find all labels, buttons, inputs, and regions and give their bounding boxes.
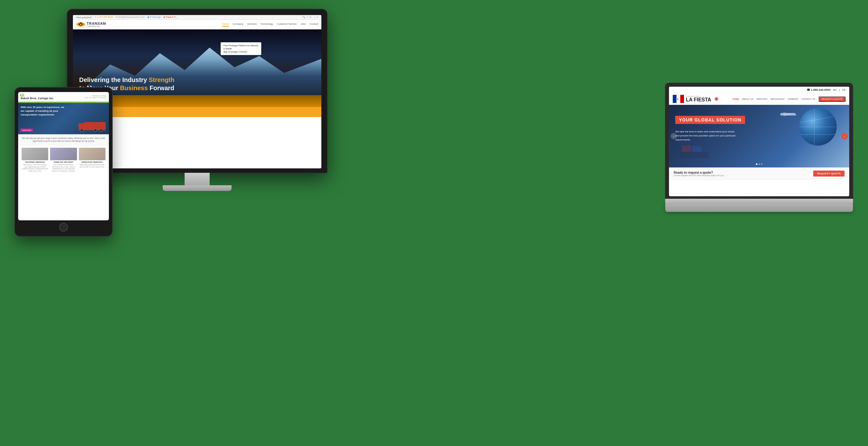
- lafiesta-nav-services[interactable]: SERVICES: [756, 98, 767, 100]
- tablet-outer: BBC Baksh Bros. Cartage Inc. Reliable se…: [15, 88, 112, 236]
- ship-hull: [678, 152, 710, 158]
- baksh-hero-text: With over 30 years of experience, we are…: [21, 106, 64, 117]
- linkedin-icon[interactable]: in: [317, 16, 318, 19]
- baksh-service-dedicated: DEDICATED SERVICES High quality personal…: [78, 148, 106, 172]
- transam-nav: TRANSAM CARRIERS INC. Home Company Servi…: [73, 20, 321, 29]
- svg-rect-3: [673, 95, 677, 103]
- trucking-desc: Full truckload, Less then truckload, Fas…: [22, 164, 48, 172]
- delivery-title: SAME DAY DELIVERY: [50, 161, 77, 163]
- facebook-icon[interactable]: f: [307, 16, 308, 19]
- baksh-tagline: Reliable service. Over 30 years in busin…: [85, 95, 106, 98]
- lafiesta-lang-en[interactable]: EN: [833, 89, 836, 91]
- lafiesta-maple-decoration: ❋: [714, 96, 718, 102]
- tablet-home-button[interactable]: [59, 223, 68, 232]
- lafiesta-globe: [799, 108, 840, 149]
- transam-nav-technology[interactable]: Technology: [260, 23, 273, 27]
- lafiesta-nav-links: HOME ABOUT US SERVICES RESOURCES CAREERS…: [733, 96, 845, 102]
- lafiesta-quote-subtitle: Let the experts find the most effective …: [674, 174, 725, 177]
- baksh-company-name: Baksh Bros. Cartage Inc.: [21, 97, 54, 100]
- lafiesta-quote-text: Ready to request a quote? Let the expert…: [674, 171, 725, 177]
- baksh-hero-truck: [81, 120, 106, 133]
- transam-tooltip: Free Prototype Platform for Website & Mo…: [221, 42, 261, 55]
- laptop-screen: ☎ 1.866.640.0000 EN | FR: [669, 87, 849, 196]
- transam-track-link[interactable]: ▶ Track & T...: [164, 16, 178, 19]
- lafiesta-logo-text-block: TRANSPORT LA FIESTA: [686, 95, 711, 102]
- lafiesta-ship: [678, 139, 716, 158]
- transam-nav-links: Home Company Services Technology Custome…: [222, 23, 318, 27]
- lafiesta-phone[interactable]: ☎ 1.866.640.0000: [807, 88, 831, 91]
- laptop-keyboard: [665, 204, 853, 212]
- lafiesta-nav-resources[interactable]: RESOURCES: [771, 98, 784, 100]
- globe-vline: [814, 108, 814, 146]
- baksh-about-text: We will help you get your cargo to your …: [18, 134, 109, 145]
- lafiesta-nav: ♦ TRANSPORT LA FIESTA ❋ HOME: [669, 93, 849, 105]
- transam-nav-jobs[interactable]: Jobs: [301, 23, 306, 27]
- truck-wheel-3: [80, 129, 83, 132]
- laptop-base: [665, 199, 853, 204]
- lafiesta-topbar: ☎ 1.866.640.0000 EN | FR: [669, 87, 849, 93]
- baksh-readmore-btn[interactable]: read more: [21, 129, 33, 132]
- svg-text:♦: ♦: [677, 98, 678, 100]
- dedicated-image: [79, 148, 105, 160]
- lafiesta-request-quote-btn[interactable]: REQUEST QUOTE: [813, 171, 844, 177]
- transam-nav-company[interactable]: Company: [233, 23, 243, 27]
- lafiesta-quote-title: Ready to request a quote?: [674, 171, 725, 174]
- trucking-title: TRUCKING SERVICES: [22, 161, 48, 163]
- lafiesta-logo: ♦ TRANSPORT LA FIESTA ❋: [673, 95, 718, 103]
- transam-logo-icon: [76, 22, 86, 27]
- lafiesta-nav-home[interactable]: HOME: [733, 98, 739, 100]
- lafiesta-quote-nav-btn[interactable]: REQUEST A QUOTE: [818, 96, 845, 102]
- laptop-device: ☎ 1.866.640.0000 EN | FR: [665, 83, 853, 212]
- lafiesta-lang-fr[interactable]: FR: [842, 89, 845, 91]
- plus-icon[interactable]: +: [313, 16, 315, 19]
- lafiesta-next-arrow[interactable]: ›: [841, 133, 848, 139]
- slider-dot-2[interactable]: [758, 163, 760, 165]
- ship-container-2: [692, 146, 702, 152]
- lafiesta-nav-contact[interactable]: CONTACT US: [801, 98, 815, 100]
- lafiesta-prev-arrow[interactable]: ‹: [671, 133, 677, 139]
- globe-line-1: [800, 116, 836, 123]
- baksh-logo-box: BBC: [21, 94, 24, 97]
- laptop-screen-outer: ☎ 1.866.640.0000 EN | FR: [665, 83, 853, 199]
- dedicated-title: DEDICATED SERVICES: [79, 161, 105, 163]
- lafiesta-nav-careers[interactable]: CAREERS: [787, 98, 798, 100]
- transam-logo: TRANSAM CARRIERS INC.: [76, 22, 106, 27]
- transam-logo-text: TRANSAM CARRIERS INC.: [87, 22, 106, 27]
- lafiesta-lang-divider: |: [839, 89, 839, 91]
- globe-line-3: [799, 134, 837, 135]
- transam-nav-services[interactable]: Services: [247, 23, 257, 27]
- delivery-image: [50, 148, 77, 160]
- tablet-screen: BBC Baksh Bros. Cartage Inc. Reliable se…: [18, 92, 109, 220]
- baksh-service-trucking: TRUCKING SERVICES Full truckload, Less t…: [21, 148, 49, 172]
- slider-dot-1[interactable]: [756, 163, 757, 165]
- transam-phone[interactable]: ✆ 1-877-867-8026: [95, 16, 113, 19]
- lafiesta-flag-icon: ♦: [673, 95, 684, 103]
- lafiesta-nav-about[interactable]: ABOUT US: [742, 98, 753, 100]
- baksh-logo-shape: BBC: [21, 94, 24, 97]
- svg-rect-5: [680, 95, 684, 103]
- globe-line-2: [799, 127, 837, 127]
- transam-portal-link[interactable]: ▣ Portal login: [147, 16, 161, 19]
- baksh-logo: BBC Baksh Bros. Cartage Inc.: [21, 94, 54, 100]
- ship-container-1: [682, 146, 691, 152]
- slider-dot-3[interactable]: [761, 163, 763, 165]
- lafiesta-hero-subtitle: We take the time to listen and understan…: [675, 130, 744, 142]
- transam-nav-customer[interactable]: Customer Service: [277, 23, 297, 27]
- monitor-stand-base: [163, 185, 231, 191]
- transam-nav-home[interactable]: Home: [222, 23, 229, 27]
- gplus-icon[interactable]: G+: [309, 16, 312, 19]
- search-icon[interactable]: 🔍: [303, 16, 305, 19]
- tablet-device: BBC Baksh Bros. Cartage Inc. Reliable se…: [15, 88, 112, 236]
- lafiesta-quote-bar: Ready to request a quote? Let the expert…: [669, 168, 849, 180]
- baksh-services: TRUCKING SERVICES Full truckload, Less t…: [18, 145, 109, 174]
- lafiesta-hero: YOUR GLOBAL SOLUTION We take the time to…: [669, 105, 849, 168]
- delivery-desc: Rush and last minute delivery services. …: [50, 164, 77, 172]
- lafiesta-website: ☎ 1.866.640.0000 EN | FR: [669, 87, 849, 196]
- svg-point-2: [80, 24, 82, 25]
- dedicated-desc: High quality personalized dedicated serv…: [79, 164, 105, 168]
- transam-nav-contact[interactable]: Contact: [309, 23, 318, 27]
- lafiesta-slider-dots: [756, 163, 763, 165]
- lafiesta-plane: [780, 111, 799, 117]
- trucking-image: [22, 148, 48, 160]
- transam-email[interactable]: ✉ info@transamecarriers.com: [116, 16, 145, 19]
